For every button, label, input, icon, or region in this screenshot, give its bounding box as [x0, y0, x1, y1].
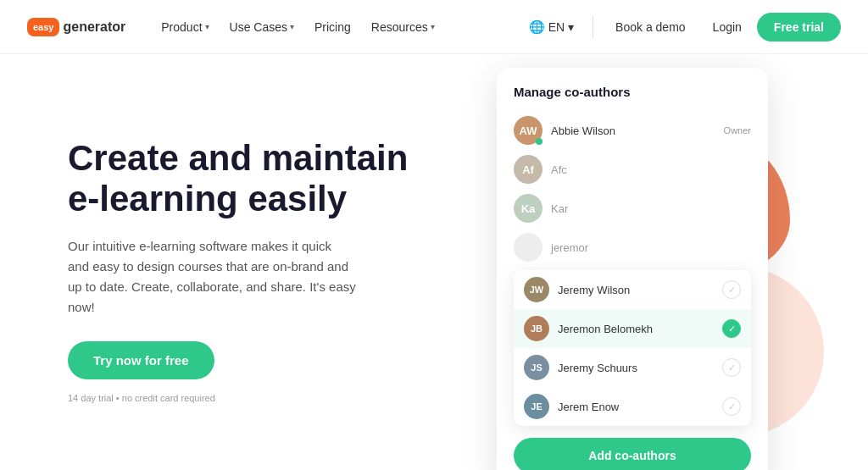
jeremy-schuurs-name: Jeremy Schuurs: [558, 362, 714, 374]
search-text: jeremor: [551, 241, 588, 254]
dropdown-row-jeremon-belomekh[interactable]: JB Jeremon Belomekh ✓: [514, 309, 751, 348]
jerem-enow-avatar: JE: [524, 394, 549, 419]
hero-title: Create and maintain e-learning easily: [68, 138, 424, 220]
hero-description: Our intuitive e-learning software makes …: [68, 236, 356, 318]
afc-avatar: Af: [514, 155, 542, 184]
logo[interactable]: easy generator: [27, 18, 125, 36]
dropdown-row-jeremy-schuurs[interactable]: JS Jeremy Schuurs ✓: [514, 348, 751, 387]
nav-item-product[interactable]: Product ▾: [153, 15, 217, 39]
hero-section: Create and maintain e-learning easily Ou…: [0, 54, 868, 470]
jeremy-wilson-name: Jeremy Wilson: [558, 284, 714, 296]
nav-divider: [593, 15, 593, 39]
navbar: easy generator Product ▾ Use Cases ▾ Pri…: [0, 0, 868, 54]
nav-right: 🌐 EN ▾ Book a demo Login Free trial: [520, 13, 841, 41]
manage-coauthors-card: Manage co-authors AW Abbie Wilson Owner …: [497, 68, 768, 470]
owner-row: AW Abbie Wilson Owner: [514, 111, 751, 150]
chevron-down-icon: ▾: [290, 22, 294, 31]
search-avatar: [514, 233, 542, 262]
nav-links: Product ▾ Use Cases ▾ Pricing Resources …: [153, 15, 520, 39]
add-coauthors-button[interactable]: Add co-authors: [514, 438, 751, 470]
kar-avatar: Ka: [514, 194, 542, 223]
try-now-button[interactable]: Try now for free: [68, 341, 214, 379]
jeremy-schuurs-check: ✓: [722, 358, 741, 377]
logo-icon: easy: [27, 18, 59, 36]
owner-name: Abbie Wilson: [551, 124, 715, 137]
jeremon-belomekh-avatar: JB: [524, 316, 549, 341]
book-demo-button[interactable]: Book a demo: [604, 14, 698, 40]
partial-row-kar: Ka Kar: [514, 189, 751, 228]
nav-item-resources[interactable]: Resources ▾: [363, 15, 443, 39]
hero-left: Create and maintain e-learning easily Ou…: [68, 138, 424, 404]
jeremon-belomekh-name: Jeremon Belomekh: [558, 323, 714, 335]
jerem-enow-name: Jerem Enow: [558, 401, 714, 413]
logo-text: generator: [63, 19, 125, 35]
free-trial-button[interactable]: Free trial: [757, 13, 841, 41]
jeremy-wilson-check: ✓: [722, 280, 741, 299]
jeremy-schuurs-avatar: JS: [524, 355, 549, 380]
search-row: jeremor: [514, 228, 751, 267]
owner-avatar-wrapper: AW: [514, 116, 542, 145]
partial-text-kar: Kar: [551, 202, 568, 215]
hero-right: Manage co-authors AW Abbie Wilson Owner …: [424, 88, 841, 453]
jeremy-wilson-avatar: JW: [524, 277, 549, 302]
chevron-down-icon: ▾: [568, 20, 574, 34]
language-selector[interactable]: 🌐 EN ▾: [520, 14, 582, 40]
login-button[interactable]: Login: [701, 14, 754, 40]
dropdown-row-jeremy-wilson[interactable]: JW Jeremy Wilson ✓: [514, 270, 751, 309]
nav-item-use-cases[interactable]: Use Cases ▾: [221, 15, 303, 39]
online-indicator: [536, 138, 542, 145]
dropdown-row-jerem-enow[interactable]: JE Jerem Enow ✓: [514, 387, 751, 426]
chevron-down-icon: ▾: [431, 22, 435, 31]
trial-note: 14 day trial • no credit card required: [68, 393, 424, 403]
jerem-enow-check: ✓: [722, 397, 741, 416]
chevron-down-icon: ▾: [205, 22, 209, 31]
card-title: Manage co-authors: [514, 85, 751, 99]
partial-row-afc: Af Afc: [514, 150, 751, 189]
jeremon-belomekh-check: ✓: [722, 319, 741, 338]
nav-item-pricing[interactable]: Pricing: [306, 15, 359, 39]
owner-badge: Owner: [724, 125, 751, 135]
author-dropdown: JW Jeremy Wilson ✓ JB Jeremon Belomekh ✓…: [514, 270, 751, 426]
partial-text-afc: Afc: [551, 163, 567, 176]
globe-icon: 🌐: [529, 19, 545, 35]
